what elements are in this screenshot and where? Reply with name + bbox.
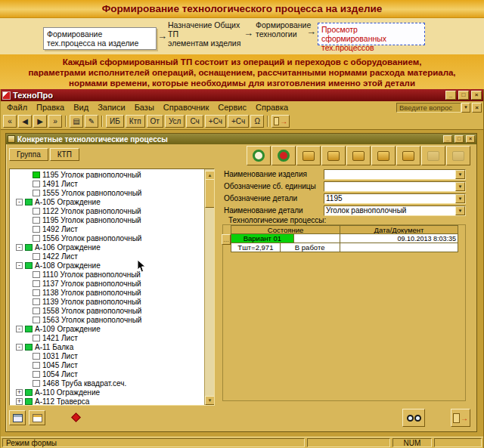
field-row-0: Наименование изделия▼ [219, 168, 469, 180]
materials-icon-button[interactable] [396, 146, 420, 165]
tree-item-0[interactable]: 1195 Уголок равнополочный [10, 170, 204, 179]
collapse-icon[interactable]: - [16, 199, 23, 205]
record-nav-button-2[interactable]: ▶ [33, 115, 47, 128]
tree-item-5[interactable]: 1195 Уголок равнополочный [10, 215, 204, 224]
tree-item-21[interactable]: 1045 Лист [10, 360, 204, 369]
field-combo-2[interactable]: 1195▼ [324, 193, 466, 204]
search-button[interactable] [402, 409, 425, 427]
tree-item-16[interactable]: 1563 Уголок равнополочный [10, 315, 204, 324]
chevron-down-icon[interactable]: ▼ [455, 170, 465, 179]
toolbar-text-button-3[interactable]: Усл [165, 115, 185, 128]
tree-item-9[interactable]: 1422 Лист [10, 252, 204, 261]
close-button[interactable]: × [471, 91, 482, 100]
chevron-down-icon[interactable]: ▼ [455, 206, 465, 215]
toolbar-edit-icon-button[interactable]: ✎ [85, 115, 98, 128]
table-view-button[interactable] [29, 410, 45, 425]
tree-item-2[interactable]: 1555 Уголок равнополочный [10, 188, 204, 197]
ktp-close-button[interactable]: × [466, 135, 475, 143]
tree-item-label: 1122 Уголок равнополочный [42, 207, 141, 215]
table-row[interactable]: Тшт=2,971 В работе [231, 243, 458, 252]
collapse-icon[interactable]: - [16, 326, 23, 332]
menu-item-3[interactable]: Записи [93, 102, 130, 113]
tab-1[interactable]: КТП [50, 148, 79, 161]
scrollbar-thumb[interactable] [205, 179, 215, 208]
tree-item-13[interactable]: 1138 Уголок равнополочный [10, 288, 204, 297]
tree-item-14[interactable]: 1139 Уголок равнополочный [10, 297, 204, 306]
menu-item-7[interactable]: Справка [251, 102, 293, 113]
exit-form-button[interactable]: → [451, 409, 470, 427]
toolbar-exit-button[interactable]: → [271, 115, 290, 128]
collapse-icon[interactable]: - [16, 262, 23, 269]
tree-item-8[interactable]: -А-106 Ограждение [10, 243, 204, 252]
variants-laurel-icon-button[interactable] [247, 146, 271, 165]
grid-view-button[interactable] [9, 410, 26, 425]
tree-item-22[interactable]: 1054 Лист [10, 369, 204, 378]
tree-item-4[interactable]: 1122 Уголок равнополочный [10, 206, 204, 215]
menubar-close-button[interactable]: × [472, 103, 482, 113]
approve-laurel-icon-button[interactable] [271, 146, 296, 165]
tree-item-24[interactable]: +А-110 Ограждение [10, 388, 204, 397]
status-cell[interactable]: В работе [280, 243, 340, 252]
tooling-icon-button[interactable] [371, 146, 396, 165]
tree-item-20[interactable]: 1031 Лист [10, 351, 204, 360]
tree-item-19[interactable]: -А-11 Балка [10, 342, 204, 351]
question-input[interactable]: Введите вопрос [396, 103, 461, 113]
toolbar-text-button-2[interactable]: От [147, 115, 163, 128]
row-selector-button[interactable]: … [222, 234, 231, 245]
tsht-cell[interactable]: Тшт=2,971 [231, 243, 281, 252]
tree-item-3[interactable]: -А-105 Ограждение [10, 197, 204, 206]
ktp-minimize-button[interactable]: _ [443, 135, 452, 143]
tree-item-17[interactable]: -А-109 Ограждение [10, 324, 204, 333]
tree-item-18[interactable]: 1421 Лист [10, 333, 204, 342]
toolbar-text-button-4[interactable]: Сч [186, 115, 203, 128]
toolbar-text-button-7[interactable]: Ω [250, 115, 264, 128]
record-nav-button-3[interactable]: » [48, 115, 62, 128]
collapse-icon[interactable]: - [16, 344, 23, 351]
expand-icon[interactable]: + [16, 398, 23, 405]
toolbar-text-button-0[interactable]: ИБ [106, 115, 124, 128]
record-nav-button-0[interactable]: « [3, 115, 17, 128]
chevron-down-icon[interactable]: ▼ [461, 103, 470, 113]
tree-item-15[interactable]: 1558 Уголок равнополочный [10, 306, 204, 315]
tree-item-10[interactable]: -А-108 Ограждение [10, 261, 204, 270]
field-combo-1[interactable]: ▼ [324, 181, 466, 192]
tree-item-25[interactable]: +А-112 Траверса [10, 397, 204, 405]
approve-laurel-icon [278, 150, 290, 162]
menu-item-0[interactable]: Файл [2, 102, 32, 113]
expand-icon[interactable]: + [16, 389, 23, 396]
minimize-button[interactable]: _ [445, 91, 456, 100]
toolbar-text-button-6[interactable]: +Сч [228, 115, 249, 128]
tree-item-11[interactable]: 1110 Уголок равнополочный [10, 270, 204, 279]
tree-item-label: А-108 Ограждение [35, 261, 101, 270]
documents-icon-button[interactable] [446, 146, 470, 165]
collapse-icon[interactable]: - [16, 244, 23, 251]
toolbar-text-button-1[interactable]: Ктп [126, 115, 145, 128]
field-combo-0[interactable]: ▼ [324, 169, 466, 180]
tree-item-23[interactable]: 1468 Труба квадрат.сеч. [10, 378, 204, 388]
menu-item-4[interactable]: Базы [130, 102, 159, 113]
tree-item-1[interactable]: 1491 Лист [10, 179, 204, 188]
tree-item-6[interactable]: 1492 Лист [10, 224, 204, 233]
menu-item-5[interactable]: Справочник [159, 102, 214, 113]
chevron-down-icon[interactable]: ▼ [455, 194, 465, 203]
tree-scrollbar[interactable]: ▲ ▼ [204, 169, 214, 405]
menu-item-1[interactable]: Правка [32, 102, 69, 113]
ktp-maximize-button[interactable]: □ [455, 135, 464, 143]
table-icon [33, 414, 42, 422]
norms-icon-button[interactable] [421, 146, 445, 165]
toolbar-text-button-5[interactable]: +Сч [205, 115, 226, 128]
tab-0[interactable]: Группа [9, 148, 48, 161]
tree-item-12[interactable]: 1137 Уголок равнополочный [10, 279, 204, 288]
tree-item-7[interactable]: 1556 Уголок равнополочный [10, 233, 204, 243]
chevron-down-icon[interactable]: ▼ [455, 182, 465, 191]
field-combo-3[interactable]: Уголок равнополочный▼ [324, 205, 466, 216]
operations-icon-button[interactable] [321, 146, 346, 165]
toolbar-list-icon-button[interactable]: ▤ [70, 115, 83, 128]
sketch-icon-button[interactable] [296, 146, 321, 165]
record-nav-button-1[interactable]: ◀ [18, 115, 32, 128]
maximize-button[interactable]: □ [458, 91, 469, 100]
equipment-icon-button[interactable] [346, 146, 371, 165]
scroll-down-icon[interactable]: ▼ [205, 396, 215, 405]
menu-item-6[interactable]: Сервис [213, 102, 251, 113]
menu-item-2[interactable]: Вид [69, 102, 93, 113]
